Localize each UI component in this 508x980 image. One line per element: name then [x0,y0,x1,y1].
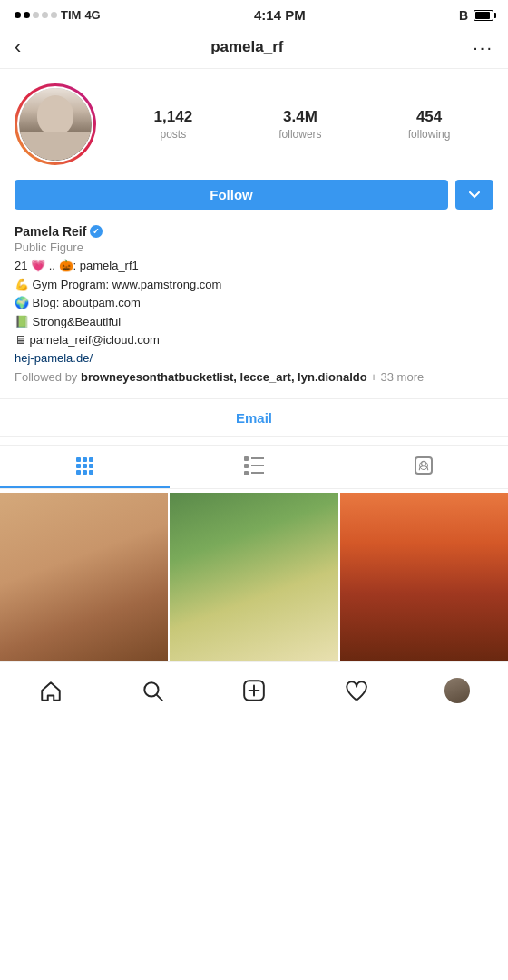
bio-section: Pamela Reif ✓ Public Figure 21 💗 .. 🎃: p… [0,220,508,391]
tab-grid[interactable] [0,446,170,488]
bio-line-3: 🌍 Blog: aboutpam.com [15,294,493,312]
more-button[interactable]: ··· [473,37,493,58]
verified-badge: ✓ [90,225,103,238]
photo-1[interactable] [0,493,168,661]
stat-posts[interactable]: 1,142 posts [154,108,193,141]
profile-avatar-nav [444,678,470,703]
follow-dropdown-button[interactable] [455,180,493,210]
add-button[interactable] [234,671,274,710]
action-row: Follow [0,172,508,220]
battery-fill [475,12,490,19]
stat-following[interactable]: 454 following [408,108,451,141]
heart-icon [344,679,367,702]
network-label: 4G [84,8,100,22]
posts-label: posts [160,128,186,141]
list-icon [244,456,264,475]
stat-followers[interactable]: 3.4M followers [278,108,321,141]
tab-list[interactable] [170,446,339,488]
bio-line-1: 21 💗 .. 🎃: pamela_rf1 [15,257,493,275]
tab-tagged[interactable] [338,446,508,488]
photo-2[interactable] [170,493,337,661]
bio-link[interactable]: hej-pamela.de/ [15,351,93,365]
avatar-ring [15,83,96,165]
avatar-inner [17,86,93,162]
search-button[interactable] [132,671,172,710]
grid-icon [76,457,93,475]
carrier-label: TIM [61,8,81,22]
battery-icon [474,10,493,21]
profile-header: 1,142 posts 3.4M followers 454 following [0,69,508,172]
stats-row: 1,142 posts 3.4M followers 454 following [111,108,493,141]
dot-3 [33,12,39,18]
add-icon [242,679,266,702]
bluetooth-icon: B [459,8,468,23]
nav-bar: ‹ pamela_rf ··· [0,26,508,69]
status-bar: TIM 4G 4:14 PM B [0,0,508,26]
dot-4 [42,12,48,18]
bio-line-4: 📗 Strong&Beautiful [15,313,493,331]
followed-by-prefix: Followed by [15,370,81,384]
dot-5 [51,12,57,18]
person-tag-icon [417,459,430,472]
nav-title: pamela_rf [210,38,283,56]
follow-button[interactable]: Follow [15,180,448,210]
bio-line-2: 💪 Gym Program: www.pamstrong.com [15,276,493,294]
profile-button[interactable] [437,671,477,710]
bottom-nav [0,661,508,725]
dot-1 [15,12,21,18]
status-right: B [459,8,493,23]
search-icon [141,679,164,702]
photos-grid [0,493,508,661]
chevron-down-icon [469,191,480,199]
email-section: Email [0,398,508,437]
tabs-bar [0,445,508,489]
back-button[interactable]: ‹ [15,35,21,59]
status-left: TIM 4G [15,8,101,22]
following-count: 454 [408,108,451,126]
posts-count: 1,142 [154,108,193,126]
heart-button[interactable] [336,671,376,710]
tag-icon [415,456,433,475]
followed-by: Followed by browneyes​onthat​bucketlist,… [15,370,493,384]
avatar-image [19,88,92,161]
following-label: following [408,128,451,141]
followed-by-users: browneyes​onthat​bucketlist, lecce_art, … [81,370,367,384]
clock: 4:14 PM [254,7,306,23]
followers-count: 3.4M [278,108,321,126]
avatar-face [19,88,92,161]
photo-3[interactable] [340,493,508,661]
dot-2 [24,12,30,18]
followers-label: followers [278,128,321,141]
followed-by-more: + 33 more [370,370,424,384]
profile-name: Pamela Reif ✓ [15,224,493,239]
home-icon [39,679,63,702]
signal-dots [15,12,57,18]
email-button[interactable]: Email [236,410,272,426]
bio-category: Public Figure [15,240,493,254]
bio-line-5: 🖥 pamela_reif@icloud.com [15,331,493,349]
home-button[interactable] [31,671,71,710]
svg-point-0 [421,461,425,466]
svg-line-2 [157,695,162,701]
